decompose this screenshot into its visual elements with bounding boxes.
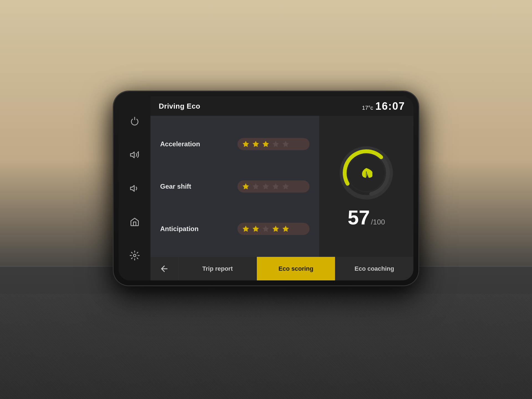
- top-bar: Driving Eco 17°c 16:07: [150, 96, 413, 116]
- svg-marker-7: [272, 141, 279, 147]
- star-5: [282, 183, 290, 190]
- tab-eco-scoring-label: Eco scoring: [278, 265, 313, 272]
- svg-marker-4: [242, 141, 249, 147]
- eco-gauge: [339, 145, 394, 201]
- svg-marker-15: [252, 226, 259, 232]
- star-4: [272, 140, 280, 148]
- svg-marker-16: [262, 226, 269, 232]
- star-1: [242, 225, 250, 233]
- svg-marker-17: [272, 226, 279, 232]
- tab-trip-report[interactable]: Trip report: [178, 257, 257, 280]
- score-display: 57 /100: [348, 208, 385, 227]
- star-5: [282, 140, 290, 148]
- gear-shift-stars: [237, 180, 310, 193]
- eco-leaf-icon: [358, 165, 375, 181]
- gear-shift-row: Gear shift: [160, 180, 310, 193]
- star-4: [272, 183, 280, 190]
- content-body: Acceleration: [150, 116, 413, 257]
- svg-marker-5: [252, 141, 259, 147]
- main-content: Driving Eco 17°c 16:07 Acceleration: [150, 96, 413, 280]
- tab-eco-coaching[interactable]: Eco coaching: [335, 257, 413, 280]
- tab-bar: Trip report Eco scoring Eco coaching: [150, 257, 413, 280]
- home-icon[interactable]: [128, 215, 142, 229]
- star-1: [242, 140, 250, 148]
- svg-marker-9: [242, 183, 249, 189]
- svg-marker-6: [262, 141, 269, 147]
- star-3: [262, 225, 270, 233]
- star-1: [242, 183, 250, 190]
- anticipation-label: Anticipation: [160, 225, 216, 233]
- fabric-texture: [0, 294, 532, 399]
- tab-trip-report-label: Trip report: [202, 265, 233, 272]
- settings-icon[interactable]: [128, 249, 142, 262]
- svg-point-3: [133, 254, 136, 257]
- acceleration-row: Acceleration: [160, 138, 310, 150]
- star-2: [252, 183, 260, 190]
- svg-marker-14: [242, 226, 249, 232]
- acceleration-label: Acceleration: [160, 140, 216, 148]
- svg-marker-18: [282, 226, 289, 232]
- svg-marker-0: [131, 152, 134, 158]
- sidebar: [119, 96, 150, 280]
- star-5: [282, 225, 290, 233]
- gear-shift-label: Gear shift: [160, 183, 216, 190]
- tab-eco-coaching-label: Eco coaching: [354, 265, 394, 272]
- score-panel: 57 /100: [319, 116, 413, 257]
- star-2: [252, 225, 260, 233]
- scene: Driving Eco 17°c 16:07 Acceleration: [0, 0, 532, 399]
- score-max: /100: [371, 218, 385, 226]
- svg-marker-11: [262, 183, 269, 189]
- temperature-display: 17°c: [362, 105, 373, 111]
- top-bar-right: 17°c 16:07: [362, 100, 405, 112]
- back-button[interactable]: [150, 257, 178, 280]
- tab-eco-scoring[interactable]: Eco scoring: [257, 257, 335, 280]
- svg-marker-13: [282, 183, 289, 189]
- volume-down-icon[interactable]: [128, 181, 142, 195]
- anticipation-stars: [237, 223, 310, 235]
- acceleration-stars: [237, 138, 310, 150]
- anticipation-row: Anticipation: [160, 223, 310, 235]
- star-3: [262, 183, 270, 190]
- svg-marker-2: [131, 185, 134, 191]
- clock-display: 16:07: [375, 100, 405, 112]
- score-value: 57: [348, 208, 370, 227]
- device-wrapper: Driving Eco 17°c 16:07 Acceleration: [114, 91, 418, 285]
- power-icon[interactable]: [128, 114, 142, 128]
- svg-marker-8: [282, 141, 289, 147]
- car-display-device: Driving Eco 17°c 16:07 Acceleration: [114, 91, 418, 285]
- star-4: [272, 225, 280, 233]
- page-title: Driving Eco: [159, 102, 200, 111]
- star-3: [262, 140, 270, 148]
- svg-marker-10: [252, 183, 259, 189]
- svg-marker-12: [272, 183, 279, 189]
- metrics-panel: Acceleration: [150, 116, 319, 257]
- screen: Driving Eco 17°c 16:07 Acceleration: [119, 96, 413, 280]
- dashboard-surface: [0, 266, 532, 399]
- star-2: [252, 140, 260, 148]
- volume-up-icon[interactable]: [128, 148, 142, 162]
